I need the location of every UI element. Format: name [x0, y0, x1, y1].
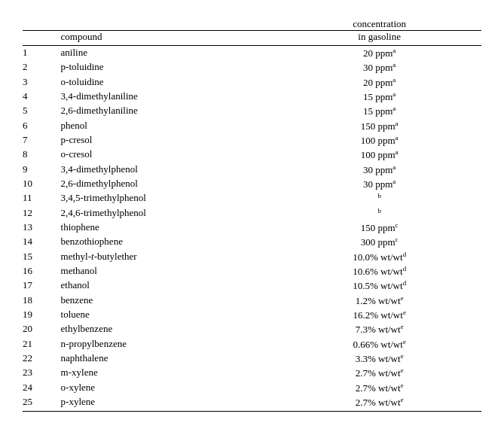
row-number: 10 [23, 177, 53, 191]
compound-name: naphthalene [53, 351, 278, 366]
row-number: 5 [23, 104, 53, 118]
table-row: 18benzene1.2% wt/wte [23, 294, 481, 308]
row-number: 25 [23, 395, 53, 412]
concentration-value: 150 ppma [277, 119, 481, 133]
table-row: 17ethanol10.5% wt/wtd [23, 278, 481, 293]
table-row: 23m-xylene2.7% wt/wte [23, 366, 481, 380]
compound-name: benzene [53, 294, 278, 308]
compound-name: 2,6-dimethylphenol [53, 177, 278, 191]
concentration-value: 100 ppma [277, 133, 481, 148]
concentration-value: b [277, 206, 481, 221]
compound-name: 2,6-dimethylaniline [53, 104, 278, 118]
compound-name: methanol [53, 264, 278, 278]
compound-name: phenol [53, 119, 278, 133]
data-table: concentration compound in gasoline 1anil… [23, 15, 481, 412]
row-number: 13 [23, 221, 53, 235]
concentration-value: 7.3% wt/wte [277, 322, 481, 336]
compound-name: p-toluidine [53, 60, 278, 75]
table-row: 7p-cresol100 ppma [23, 133, 481, 148]
compound-name: ethanol [53, 278, 278, 293]
concentration-value: 3.3% wt/wte [277, 351, 481, 366]
compound-name: 3,4-dimethylaniline [53, 90, 278, 104]
compound-name: o-toluidine [53, 75, 278, 90]
compound-name: p-cresol [53, 133, 278, 148]
table-row: 21n-propylbenzene0.66% wt/wte [23, 337, 481, 351]
compound-name: o-cresol [53, 148, 278, 162]
header-concentration-line1: concentration [277, 15, 481, 31]
row-number: 12 [23, 206, 53, 221]
table-row: 122,4,6-trimethylphenolb [23, 206, 481, 221]
header-num-empty [23, 15, 53, 31]
compound-name: toluene [53, 308, 278, 322]
concentration-value: 10.0% wt/wtd [277, 250, 481, 264]
concentration-value: 10.6% wt/wtd [277, 264, 481, 278]
concentration-value: 30 ppma [277, 177, 481, 191]
concentration-value: 100 ppma [277, 148, 481, 162]
header-num-spacer [23, 31, 53, 46]
row-number: 15 [23, 250, 53, 264]
concentration-value: 30 ppma [277, 163, 481, 177]
table-row: 25p-xylene2.7% wt/wte [23, 395, 481, 412]
table-row: 8o-cresol100 ppma [23, 148, 481, 162]
table-row: 3o-toluidine20 ppma [23, 75, 481, 90]
row-number: 8 [23, 148, 53, 162]
concentration-value: 16.2% wt/wte [277, 308, 481, 322]
main-table-container: concentration compound in gasoline 1anil… [23, 15, 481, 412]
row-number: 21 [23, 337, 53, 351]
compound-name: p-xylene [53, 395, 278, 412]
row-number: 19 [23, 308, 53, 322]
compound-name: benzothiophene [53, 235, 278, 249]
row-number: 4 [23, 90, 53, 104]
concentration-value: 1.2% wt/wte [277, 294, 481, 308]
row-number: 23 [23, 366, 53, 380]
row-number: 9 [23, 163, 53, 177]
concentration-value: 20 ppma [277, 46, 481, 61]
concentration-value: 2.7% wt/wte [277, 366, 481, 380]
row-number: 1 [23, 46, 53, 61]
table-row: 93,4-dimethylphenol30 ppma [23, 163, 481, 177]
table-row: 113,4,5-trimethylphenolb [23, 191, 481, 205]
table-row: 43,4-dimethylaniline15 ppma [23, 90, 481, 104]
header-row-1: concentration [23, 15, 481, 31]
table-row: 19toluene16.2% wt/wte [23, 308, 481, 322]
compound-name: o-xylene [53, 381, 278, 395]
row-number: 16 [23, 264, 53, 278]
table-row: 14benzothiophene300 ppmc [23, 235, 481, 249]
row-number: 2 [23, 60, 53, 75]
table-row: 24o-xylene2.7% wt/wte [23, 381, 481, 395]
header-compound-empty [53, 15, 278, 31]
table-row: 6phenol150 ppma [23, 119, 481, 133]
concentration-value: 0.66% wt/wte [277, 337, 481, 351]
concentration-value: 20 ppma [277, 75, 481, 90]
row-number: 22 [23, 351, 53, 366]
header-concentration-line2: in gasoline [277, 31, 481, 46]
header-compound: compound [53, 31, 278, 46]
table-row: 20ethylbenzene7.3% wt/wte [23, 322, 481, 336]
table-row: 16methanol10.6% wt/wtd [23, 264, 481, 278]
row-number: 11 [23, 191, 53, 205]
compound-name: n-propylbenzene [53, 337, 278, 351]
compound-name: ethylbenzene [53, 322, 278, 336]
row-number: 20 [23, 322, 53, 336]
table-row: 22naphthalene3.3% wt/wte [23, 351, 481, 366]
table-row: 2p-toluidine30 ppma [23, 60, 481, 75]
concentration-value: 10.5% wt/wtd [277, 278, 481, 293]
concentration-value: 30 ppma [277, 60, 481, 75]
compound-name: m-xylene [53, 366, 278, 380]
compound-name: 3,4,5-trimethylphenol [53, 191, 278, 205]
concentration-value: 300 ppmc [277, 235, 481, 249]
row-number: 14 [23, 235, 53, 249]
concentration-value: 15 ppma [277, 90, 481, 104]
row-number: 17 [23, 278, 53, 293]
header-row-2: compound in gasoline [23, 31, 481, 46]
table-row: 15methyl-t-butylether10.0% wt/wtd [23, 250, 481, 264]
row-number: 3 [23, 75, 53, 90]
table-row: 13thiophene150 ppmc [23, 221, 481, 235]
compound-name: 3,4-dimethylphenol [53, 163, 278, 177]
table-row: 102,6-dimethylphenol30 ppma [23, 177, 481, 191]
compound-name: methyl-t-butylether [53, 250, 278, 264]
table-row: 1aniline20 ppma [23, 46, 481, 61]
compound-name: aniline [53, 46, 278, 61]
compound-name: thiophene [53, 221, 278, 235]
concentration-value: 2.7% wt/wte [277, 395, 481, 412]
